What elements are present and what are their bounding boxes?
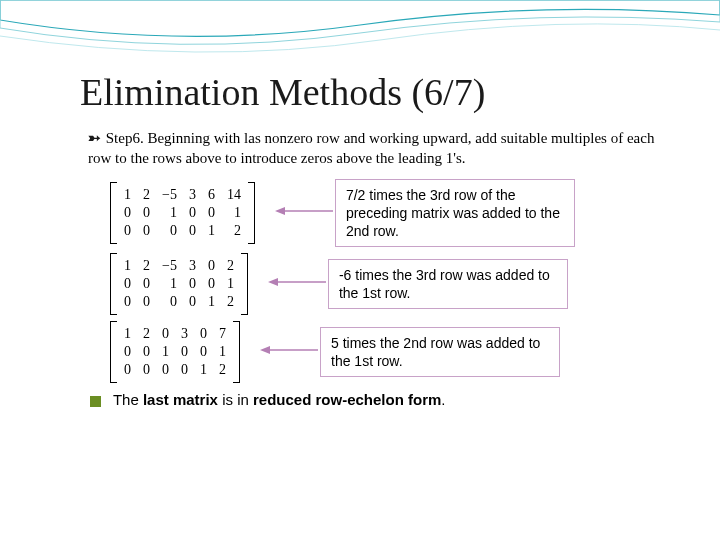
- callout-2: -6 times the 3rd row was added to the 1s…: [328, 259, 568, 309]
- svg-marker-3: [268, 278, 278, 286]
- matrix-row-3: 120307 001001 000012 5 times the 2nd row…: [80, 321, 660, 383]
- step-body: Beginning with las nonzero row and worki…: [88, 130, 654, 166]
- step-paragraph: ➳ Step6. Beginning with las nonzero row …: [88, 128, 660, 169]
- arrow-left-icon: [268, 272, 328, 296]
- svg-marker-1: [275, 207, 285, 215]
- arrow-left-icon: [275, 201, 335, 225]
- matrix-row-1: 12−53614 001001 000012 7/2 times the 3rd…: [80, 179, 660, 248]
- matrix-1: 12−53614 001001 000012: [110, 182, 255, 244]
- callout-1: 7/2 times the 3rd row of the preceding m…: [335, 179, 575, 248]
- matrix-2: 12−5302 001001 000012: [110, 253, 248, 315]
- svg-marker-5: [260, 346, 270, 354]
- arrow-left-icon: [260, 340, 320, 364]
- matrix-3: 120307 001001 000012: [110, 321, 240, 383]
- square-bullet-icon: [90, 396, 101, 407]
- step-label: Step6.: [106, 130, 144, 146]
- swirl-bullet-icon: ➳: [88, 128, 102, 148]
- callout-3: 5 times the 2nd row was added to the 1st…: [320, 327, 560, 377]
- final-statement: The last matrix is in reduced row-echelo…: [90, 391, 660, 408]
- slide-title: Elimination Methods (6/7): [80, 70, 660, 114]
- matrix-row-2: 12−5302 001001 000012 -6 times the 3rd r…: [80, 253, 660, 315]
- slide-body: Elimination Methods (6/7) ➳ Step6. Begin…: [0, 0, 720, 428]
